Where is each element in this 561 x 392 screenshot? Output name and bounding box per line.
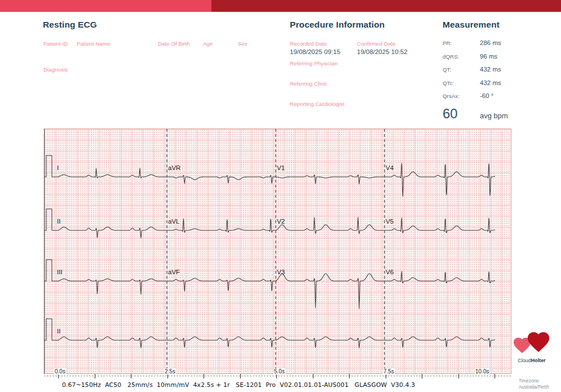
measurement-title: Measurement (443, 20, 500, 30)
reporting-cardiologist-label: Reporting Cardiologist (290, 101, 344, 107)
qrsax-value: -60 ° (480, 92, 493, 99)
report-title: Resting ECG (43, 20, 97, 30)
time-axis-tick (240, 374, 241, 378)
lead-label-V2: V2 (277, 218, 285, 225)
measurement-row-pr: PR: 286 ms (443, 39, 555, 46)
referring-clinic-label: Referring Clinic (290, 81, 328, 87)
time-label-5s: 5.0s (273, 368, 285, 375)
time-axis-tick (95, 374, 95, 378)
heart-rate-value: 60 (443, 106, 480, 122)
qt-value: 432 ms (480, 66, 501, 73)
age-label: Age (203, 41, 213, 47)
timezone-block: Timezone Australia/Perth (519, 378, 549, 390)
confirmed-date-value: 19/08/2025 10:52 (357, 48, 408, 55)
ecg-trace-row-2 (45, 209, 495, 238)
time-axis-tick (313, 374, 313, 378)
ecg-waveform-svg: IaVRV1V4IIaVLV2V5IIIaVFV3V6II (45, 129, 511, 373)
lead-label-aVR: aVR (168, 164, 180, 171)
pr-value: 286 ms (480, 39, 501, 46)
time-axis-tick (167, 374, 168, 378)
time-axis-tick (276, 374, 277, 378)
ecg-trace-row-4 (45, 319, 495, 348)
lead-label-II: II (57, 328, 60, 335)
cloudholter-logo: CloudHolter (512, 329, 551, 363)
heart-rate-row: 60 avg bpm (443, 106, 555, 122)
logo-wordmark: CloudHolter (512, 358, 551, 363)
lead-label-V5: V5 (386, 218, 394, 225)
timezone-value: Australia/Perth (519, 384, 549, 390)
qtc-label: QTc: (443, 80, 480, 86)
measurement-row-dqrs: dQRS: 96 ms (443, 53, 555, 60)
measurement-panel: PR: 286 ms dQRS: 96 ms QT: 432 ms QTc: 4… (443, 39, 555, 122)
time-axis-tick (58, 374, 59, 378)
lead-label-V4: V4 (386, 164, 394, 171)
sex-label: Sex (238, 41, 248, 47)
recorded-date-label: Recorded Date (290, 41, 327, 47)
time-axis-tick (204, 374, 204, 378)
ecg-grid: IaVRV1V4IIaVLV2V5IIIaVFV3V6II (44, 128, 511, 374)
time-axis-tick (494, 374, 495, 378)
lead-label-aVF: aVF (168, 269, 180, 275)
pr-label: PR: (443, 40, 480, 46)
time-axis-tick (458, 374, 459, 378)
procedure-title: Procedure Information (290, 20, 385, 30)
logo-word-holter: Holter (531, 358, 546, 363)
heart-rate-unit: avg bpm (480, 112, 508, 120)
lead-label-I: I (57, 164, 59, 171)
qrsax-label: QrsAx: (443, 93, 480, 99)
resting-ecg-report-page: Resting ECG Patient ID Patient Name Date… (0, 0, 561, 392)
time-axis-tick (131, 374, 131, 378)
top-bar-dark-segment (211, 0, 561, 12)
time-axis-tick (349, 374, 350, 378)
referring-physician-label: Referring Physician (290, 60, 338, 66)
time-label-10s: 10.0s (475, 368, 489, 375)
confirmed-date-label: Confirmed Date (357, 41, 396, 47)
dqrs-label: dQRS: (443, 54, 480, 60)
lead-label-V1: V1 (277, 164, 285, 171)
patient-id-label: Patient ID (43, 41, 68, 47)
time-label-2-5s: 2.5s (164, 368, 176, 375)
lead-label-aVL: aVL (168, 218, 180, 225)
measurement-row-qrsax: QrsAx: -60 ° (443, 92, 555, 99)
measurement-row-qtc: QTc: 432 ms (443, 79, 555, 86)
qt-label: QT: (443, 66, 480, 73)
lead-label-V6: V6 (386, 269, 394, 275)
diagnosis-label: Diagnosis (43, 66, 68, 73)
recorded-date-value: 19/08/2025 09:15 (290, 48, 341, 55)
measurement-row-qt: QT: 432 ms (443, 66, 555, 73)
lead-label-II: II (57, 218, 60, 225)
top-bar-light-segment (0, 0, 211, 12)
time-label-7-5s: 7.5s (383, 368, 395, 375)
ecg-trace-row-3 (45, 260, 495, 309)
time-axis-tick (422, 374, 422, 378)
dqrs-value: 96 ms (480, 53, 497, 60)
logo-word-cloud: Cloud (518, 358, 531, 363)
cloudholter-hearts-icon (512, 329, 551, 356)
lead-label-V3: V3 (277, 269, 285, 275)
ecg-footer-settings: 0.67~150Hz AC50 25mm/s 10mm/mV 4x2.5s + … (62, 381, 415, 389)
qtc-value: 432 ms (480, 79, 501, 86)
ecg-trace-row-1 (45, 155, 495, 197)
time-axis-tick (386, 374, 386, 378)
timezone-label: Timezone (519, 378, 549, 384)
date-of-birth-label: Date Of Birth (158, 41, 190, 47)
ecg-time-axis (44, 376, 511, 376)
time-label-0s: 0.0s (54, 368, 66, 375)
top-color-bar (0, 0, 561, 12)
lead-label-III: III (57, 269, 63, 275)
patient-name-label: Patient Name (77, 41, 110, 47)
heart-icon-dark (528, 332, 549, 352)
